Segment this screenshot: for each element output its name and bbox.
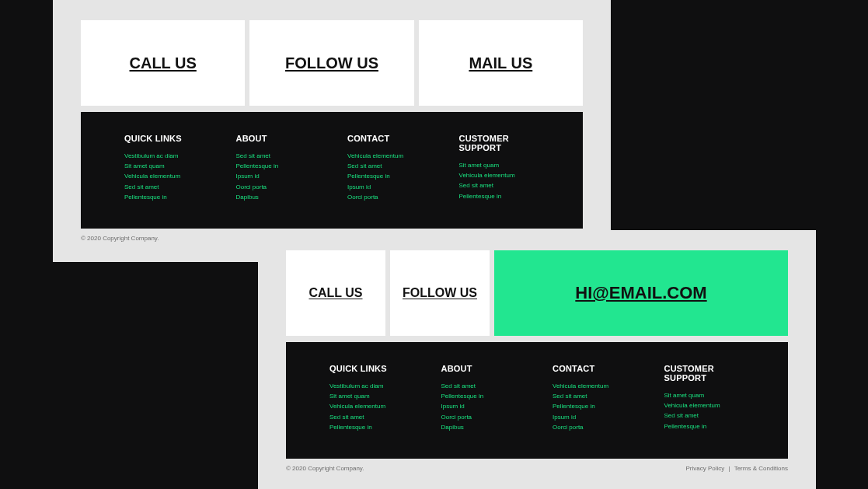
cta-card-mail[interactable]: MAIL US — [419, 20, 583, 106]
footer-col-about: ABOUT Sed sit amet Pellentesque in Ipsum… — [441, 364, 522, 443]
footer-link[interactable]: Sit amet quam — [664, 390, 745, 400]
footer-link[interactable]: Oorci porta — [553, 422, 633, 432]
footer-link[interactable]: Sit amet quam — [329, 391, 410, 401]
footer-variant-hover: CALL US FOLLOW US HI@EMAIL.COM QUICK LIN… — [258, 230, 816, 489]
footer-link[interactable]: Ipsum id — [347, 182, 428, 192]
footer-col-heading: ABOUT — [236, 134, 317, 143]
footer-col-contact: CONTACT Vehicula elementum Sed sit amet … — [553, 364, 633, 443]
cta-card-follow[interactable]: FOLLOW US — [249, 20, 413, 106]
footer-col-heading: CONTACT — [347, 134, 428, 143]
cta-card-title: CALL US — [309, 286, 362, 300]
footer-col-heading: CONTACT — [553, 364, 633, 373]
terms-link[interactable]: Terms & Conditions — [734, 465, 788, 472]
footer-link[interactable]: Ipsum id — [441, 401, 522, 411]
footer-col-contact: CONTACT Vehicula elementum Sed sit amet … — [347, 134, 428, 213]
footer-link[interactable]: Pellentesque in — [347, 171, 428, 181]
footer-link[interactable]: Pellentesque in — [664, 421, 745, 431]
footer-variant-default: CALL US FOLLOW US MAIL US QUICK LINKS Ve… — [53, 0, 611, 262]
footer-link[interactable]: Sit amet quam — [124, 161, 205, 171]
footer-link[interactable]: Pellentesque in — [459, 191, 540, 201]
footer-link[interactable]: Pellentesque in — [441, 391, 522, 401]
footer-nav: QUICK LINKS Vestibulum ac diam Sit amet … — [81, 112, 583, 229]
cta-card-title: MAIL US — [469, 54, 532, 72]
footer-link[interactable]: Sed sit amet — [347, 161, 428, 171]
footer-link[interactable]: Dapibus — [441, 422, 522, 432]
footer-link[interactable]: Ipsum id — [553, 412, 633, 422]
cta-card-mail-hover[interactable]: HI@EMAIL.COM — [494, 250, 788, 336]
footer-link[interactable]: Sit amet quam — [459, 160, 540, 170]
footer-link[interactable]: Vehicula elementum — [329, 401, 410, 411]
separator: | — [728, 465, 730, 472]
copyright-text: © 2020 Copyright Company. — [81, 235, 159, 242]
cta-card-call[interactable]: CALL US — [286, 250, 385, 336]
footer-link[interactable]: Oorci porta — [236, 182, 317, 192]
cta-card-follow[interactable]: FOLLOW US — [390, 250, 490, 336]
footer-col-quick-links: QUICK LINKS Vestibulum ac diam Sit amet … — [124, 134, 205, 213]
footer-link[interactable]: Dapibus — [236, 192, 317, 202]
legal-links: Privacy Policy | Terms & Conditions — [685, 465, 788, 472]
footer-link[interactable]: Sed sit amet — [459, 180, 540, 190]
footer-col-support: CUSTOMER SUPPORT Sit amet quam Vehicula … — [459, 134, 540, 213]
footer-link[interactable]: Vehicula elementum — [124, 171, 205, 181]
cta-card-title: FOLLOW US — [285, 54, 378, 72]
footer-col-heading: ABOUT — [441, 364, 522, 373]
footer-link[interactable]: Vehicula elementum — [664, 400, 745, 410]
footer-link[interactable]: Oorci porta — [441, 412, 522, 422]
footer-bottom-bar: © 2020 Copyright Company. Privacy Policy… — [286, 465, 788, 472]
copyright-text: © 2020 Copyright Company. — [286, 465, 364, 472]
footer-col-about: ABOUT Sed sit amet Pellentesque in Ipsum… — [236, 134, 317, 213]
footer-link[interactable]: Pellentesque in — [329, 422, 410, 432]
footer-col-heading: CUSTOMER SUPPORT — [664, 364, 745, 382]
footer-link[interactable]: Vehicula elementum — [553, 381, 633, 391]
cta-card-title: HI@EMAIL.COM — [575, 283, 706, 303]
privacy-link[interactable]: Privacy Policy — [685, 465, 724, 472]
cta-card-title: FOLLOW US — [403, 286, 477, 300]
footer-link[interactable]: Vestibulum ac diam — [329, 381, 410, 391]
footer-link[interactable]: Sed sit amet — [664, 410, 745, 421]
footer-link[interactable]: Sed sit amet — [236, 151, 317, 161]
footer-link[interactable]: Sed sit amet — [124, 182, 205, 192]
footer-link[interactable]: Pellentesque in — [124, 192, 205, 202]
footer-link[interactable]: Pellentesque in — [553, 401, 633, 411]
footer-link[interactable]: Vestibulum ac diam — [124, 151, 205, 161]
footer-col-support: CUSTOMER SUPPORT Sit amet quam Vehicula … — [664, 364, 745, 443]
footer-link[interactable]: Pellentesque in — [236, 161, 317, 171]
footer-link[interactable]: Vehicula elementum — [459, 170, 540, 180]
footer-col-heading: CUSTOMER SUPPORT — [459, 134, 540, 152]
footer-link[interactable]: Ipsum id — [236, 171, 317, 181]
cta-card-call[interactable]: CALL US — [81, 20, 245, 106]
footer-col-quick-links: QUICK LINKS Vestibulum ac diam Sit amet … — [329, 364, 410, 443]
footer-col-heading: QUICK LINKS — [329, 364, 410, 373]
footer-link[interactable]: Vehicula elementum — [347, 151, 428, 161]
footer-link[interactable]: Sed sit amet — [441, 381, 522, 391]
cta-card-row: CALL US FOLLOW US MAIL US — [81, 20, 583, 106]
footer-col-heading: QUICK LINKS — [124, 134, 205, 143]
footer-link[interactable]: Sed sit amet — [329, 412, 410, 422]
footer-link[interactable]: Sed sit amet — [553, 391, 633, 401]
cta-card-title: CALL US — [130, 54, 197, 72]
cta-card-row: CALL US FOLLOW US HI@EMAIL.COM — [286, 250, 788, 336]
footer-nav: QUICK LINKS Vestibulum ac diam Sit amet … — [286, 342, 788, 459]
footer-link[interactable]: Oorci porta — [347, 192, 428, 202]
